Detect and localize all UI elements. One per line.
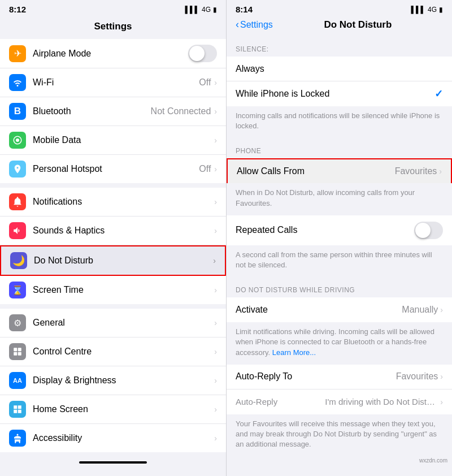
repeated-calls-row[interactable]: Repeated Calls [227, 215, 452, 245]
screen-time-icon: ⌛ [9, 282, 26, 298]
mobile-data-icon [9, 132, 26, 149]
svg-rect-2 [14, 348, 17, 351]
bluetooth-row[interactable]: B Bluetooth Not Connected › [0, 97, 226, 126]
sounds-chevron: › [214, 226, 217, 235]
repeated-calls-label: Repeated Calls [236, 225, 414, 235]
allow-calls-row[interactable]: Allow Calls From Favourites › [227, 158, 452, 183]
signal-icon: ▌▌▌ [185, 6, 199, 14]
airplane-mode-row[interactable]: ✈ Airplane Mode [0, 39, 226, 68]
learn-more-link[interactable]: Learn More... [272, 348, 316, 357]
autoreply-label: Auto-Reply [236, 397, 325, 406]
svg-point-1 [16, 139, 19, 142]
right-page-title: Do Not Disturb [324, 19, 392, 30]
accessibility-label: Accessibility [33, 433, 214, 443]
control-centre-row[interactable]: Control Centre › [0, 337, 226, 366]
battery-icon: ▮ [213, 6, 217, 14]
allow-calls-label: Allow Calls From [237, 166, 395, 176]
left-page-title: Settings [0, 16, 226, 39]
do-not-disturb-chevron: › [213, 256, 216, 265]
always-row[interactable]: Always [227, 57, 452, 81]
autoreply-row[interactable]: Auto-Reply I'm driving with Do Not Distu… [227, 390, 452, 414]
activate-value: Manually [402, 305, 438, 315]
right-status-icons: ▌▌▌ 4G ▮ [411, 6, 443, 14]
notifications-label: Notifications [33, 197, 214, 207]
mobile-data-row[interactable]: Mobile Data › [0, 126, 226, 155]
control-centre-icon [9, 343, 26, 360]
screen-time-row[interactable]: ⌛ Screen Time › [0, 276, 226, 304]
activate-label: Activate [236, 305, 402, 315]
settings-group-1: ✈ Airplane Mode Wi-Fi Off › B [0, 39, 226, 183]
accessibility-icon [9, 430, 26, 447]
home-screen-chevron: › [214, 405, 217, 414]
right-panel: 8:14 ▌▌▌ 4G ▮ ‹ Settings Do Not Disturb … [226, 0, 452, 476]
general-chevron: › [214, 318, 217, 327]
autoreply-to-row[interactable]: Auto-Reply To Favourites › [227, 365, 452, 390]
driving-section-label: DO NOT DISTURB WHILE DRIVING [227, 277, 452, 297]
home-screen-label: Home Screen [33, 404, 214, 414]
phone-section-label: PHONE [227, 138, 452, 158]
repeated-calls-knob [415, 223, 431, 238]
mobile-data-label: Mobile Data [33, 135, 214, 145]
autoreply-to-label: Auto-Reply To [236, 371, 396, 382]
hotspot-row[interactable]: Personal Hotspot Off › [0, 155, 226, 183]
repeated-calls-description: A second call from the same person withi… [227, 245, 452, 277]
right-network-type: 4G [428, 6, 437, 14]
hotspot-icon [9, 161, 26, 178]
left-settings-list: ✈ Airplane Mode Wi-Fi Off › B [0, 39, 226, 476]
autoreply-to-value: Favourites [396, 371, 438, 382]
wifi-label: Wi-Fi [33, 77, 199, 88]
right-time: 8:14 [236, 5, 253, 14]
accessibility-chevron: › [214, 434, 217, 443]
mobile-data-chevron: › [214, 136, 217, 145]
sounds-row[interactable]: Sounds & Haptics › [0, 217, 226, 245]
general-row[interactable]: ⚙ General › [0, 309, 226, 337]
svg-rect-4 [14, 352, 17, 356]
airplane-toggle[interactable] [188, 45, 217, 62]
autoreply-to-chevron: › [440, 372, 443, 381]
network-type: 4G [202, 6, 211, 14]
control-centre-chevron: › [214, 347, 217, 356]
screen-time-label: Screen Time [33, 285, 214, 295]
back-button[interactable]: ‹ Settings [236, 19, 273, 31]
display-icon: AA [9, 372, 26, 389]
back-chevron-icon: ‹ [236, 19, 239, 31]
activate-chevron: › [440, 305, 443, 314]
svg-rect-5 [18, 352, 21, 356]
display-chevron: › [214, 376, 217, 385]
notifications-chevron: › [214, 197, 217, 206]
accessibility-row[interactable]: Accessibility › [0, 424, 226, 452]
control-centre-label: Control Centre [33, 347, 214, 357]
autoreply-chevron: › [440, 397, 443, 406]
always-label: Always [236, 64, 443, 74]
display-row[interactable]: AA Display & Brightness › [0, 366, 226, 395]
left-panel: 8:12 ▌▌▌ 4G ▮ Settings ✈ Airplane Mode [0, 0, 226, 476]
general-icon: ⚙ [9, 314, 26, 331]
left-time: 8:12 [9, 5, 26, 14]
repeated-calls-toggle[interactable] [414, 222, 443, 239]
locked-checkmark: ✓ [434, 88, 443, 100]
hotspot-chevron: › [214, 165, 217, 174]
do-not-disturb-row[interactable]: 🌙 Do Not Disturb › [0, 245, 226, 276]
right-status-bar: 8:14 ▌▌▌ 4G ▮ [227, 0, 452, 16]
home-screen-row[interactable]: Home Screen › [0, 395, 226, 424]
notifications-row[interactable]: Notifications › [0, 188, 226, 217]
wifi-row[interactable]: Wi-Fi Off › [0, 68, 226, 97]
silence-group: Always While iPhone is Locked ✓ [227, 57, 452, 106]
repeated-calls-group: Repeated Calls [227, 215, 452, 245]
toggle-knob [189, 46, 205, 61]
home-bar-indicator [79, 461, 147, 464]
activate-row[interactable]: Activate Manually › [227, 297, 452, 322]
autoreply-group: Auto-Reply To Favourites › Auto-Reply I'… [227, 365, 452, 414]
do-not-disturb-label: Do Not Disturb [34, 256, 213, 266]
home-screen-icon [9, 401, 26, 418]
autoreply-description: Your Favourites will receive this messag… [227, 414, 452, 457]
allow-calls-value: Favourites [395, 166, 437, 176]
watermark: wxzdn.com [227, 456, 452, 465]
locked-label: While iPhone is Locked [236, 89, 434, 99]
notifications-icon [9, 193, 26, 210]
back-label: Settings [240, 20, 273, 30]
airplane-icon: ✈ [9, 45, 26, 62]
driving-description: Limit notifications while driving. Incom… [227, 322, 452, 365]
locked-row[interactable]: While iPhone is Locked ✓ [227, 81, 452, 106]
svg-rect-3 [18, 348, 21, 351]
